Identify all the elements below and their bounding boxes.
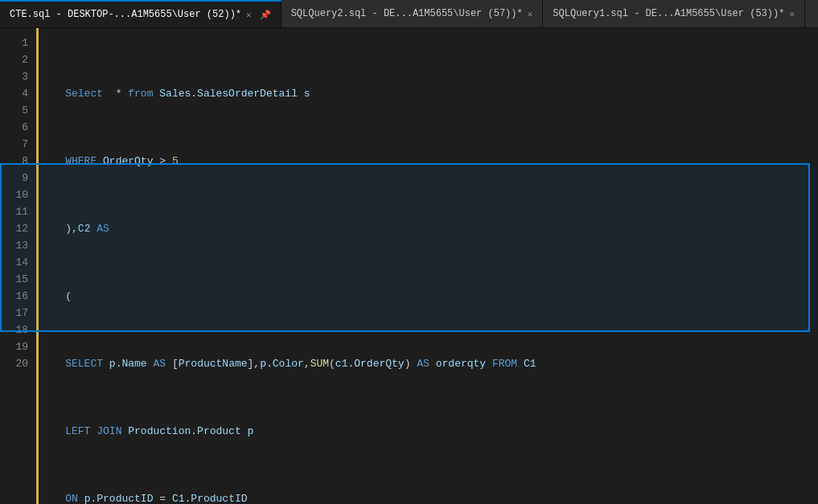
tab-label-cte: CTE.sql - DESKTOP-...A1M5655\User (52))* — [10, 9, 241, 20]
code-area[interactable]: Select * from Sales.SalesOrderDetail s W… — [40, 35, 818, 504]
line-7: ON p.ProductID = C1.ProductID — [40, 490, 818, 504]
tab-sqlquery1[interactable]: SQLQuery1.sql - DE...A1M5655\User (53))*… — [543, 0, 805, 27]
line-6: LEFT JOIN Production.Product p — [40, 423, 818, 440]
pin-icon[interactable]: 📌 — [260, 10, 271, 20]
line-4: ( — [40, 288, 818, 305]
tab-sqlquery2[interactable]: SQLQuery2.sql - DE...A1M5655\User (57))*… — [282, 0, 544, 27]
line-1: Select * from Sales.SalesOrderDetail s — [40, 85, 818, 102]
close-icon-tab1[interactable]: ✕ — [246, 10, 252, 20]
line-2: WHERE OrderQty > 5 — [40, 153, 818, 170]
line-3: ),C2 AS — [40, 220, 818, 237]
tab-label-q1: SQLQuery1.sql - DE...A1M5655\User (53))* — [553, 8, 784, 19]
tab-cte-sql[interactable]: CTE.sql - DESKTOP-...A1M5655\User (52))*… — [0, 0, 282, 27]
line-numbers: 1 2 3 4 5 6 7 8 9 10 11 12 13 14 15 16 1… — [0, 35, 36, 372]
tab-bar: CTE.sql - DESKTOP-...A1M5655\User (52))*… — [0, 0, 818, 28]
editor-area[interactable]: 1 2 3 4 5 6 7 8 9 10 11 12 13 14 15 16 1… — [0, 28, 818, 504]
line-5: SELECT p.Name AS [ProductName],p.Color,S… — [40, 355, 818, 372]
yellow-indicator — [36, 28, 39, 504]
tab-label-q2: SQLQuery2.sql - DE...A1M5655\User (57))* — [291, 8, 523, 19]
close-icon-tab2[interactable]: ✕ — [528, 9, 533, 19]
close-icon-tab3[interactable]: ✕ — [789, 9, 795, 19]
